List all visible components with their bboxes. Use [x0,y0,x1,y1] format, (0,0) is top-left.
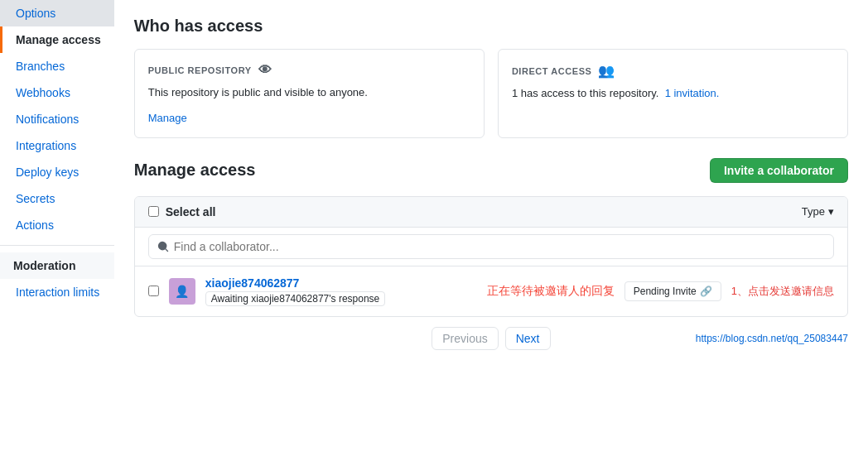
collaborator-row: 👤 xiaojie874062877 Awaiting xiaojie87406… [135,266,847,316]
who-has-access-title: Who has access [134,17,848,36]
manage-access-title: Manage access [134,161,256,180]
people-icon: 👥 [598,63,615,79]
invite-collaborator-button[interactable]: Invite a collaborator [710,158,848,183]
sidebar-divider [0,245,114,246]
sidebar-item-notifications[interactable]: Notifications [0,106,114,132]
direct-access-card: DIRECT ACCESS 👥 1 has access to this rep… [498,49,848,138]
pending-badge-text: Pending Invite [634,286,697,297]
select-all-checkbox[interactable] [148,206,159,217]
sidebar-item-webhooks[interactable]: Webhooks [0,79,114,106]
eye-icon: 👁 [258,63,272,78]
sidebar-item-interaction-limits[interactable]: Interaction limits [0,279,114,305]
table-header: Select all Type ▾ [135,197,847,228]
public-repo-label: PUBLIC REPOSITORY 👁 [148,63,470,78]
sidebar-item-deploy-keys[interactable]: Deploy keys [0,159,114,185]
collaborator-name[interactable]: xiaojie874062877 [205,276,300,290]
direct-access-label-text: DIRECT ACCESS [512,66,592,76]
annotation-waiting: 正在等待被邀请人的回复 [487,284,615,299]
footer-link: https://blog.csdn.net/qq_25083447 [696,333,848,344]
manage-access-header: Manage access Invite a collaborator [134,158,848,183]
pagination-bar: Previous Next https://blog.csdn.net/qq_2… [134,317,848,360]
select-all-label: Select all [166,205,216,218]
chevron-down-icon: ▾ [828,205,834,218]
type-dropdown-button[interactable]: Type ▾ [802,205,834,218]
collaborator-status: Awaiting xiaojie874062877's response [205,291,386,306]
collaborator-info: xiaojie874062877 Awaiting xiaojie8740628… [205,276,477,306]
sidebar-item-manage-access[interactable]: Manage access [0,26,114,53]
select-all-area: Select all [148,205,216,218]
next-button[interactable]: Next [505,327,551,350]
type-label: Type [802,205,825,218]
public-repo-description: This repository is public and visible to… [148,84,470,101]
sidebar-item-secrets[interactable]: Secrets [0,185,114,212]
manage-link[interactable]: Manage [148,112,187,124]
link-icon: 🔗 [700,286,712,297]
invitation-link[interactable]: 1 invitation. [665,87,720,99]
collaborator-checkbox[interactable] [148,286,159,296]
sidebar-item-actions[interactable]: Actions [0,212,114,238]
sidebar: Options Manage access Branches Webhooks … [0,0,114,456]
sidebar-item-options[interactable]: Options [0,0,114,26]
public-repo-card: PUBLIC REPOSITORY 👁 This repository is p… [134,49,485,138]
pending-invite-badge: Pending Invite 🔗 [624,281,721,301]
direct-access-description: 1 has access to this repository. 1 invit… [512,85,834,102]
annotation-step: 1、点击发送邀请信息 [731,284,834,299]
access-cards: PUBLIC REPOSITORY 👁 This repository is p… [134,49,848,138]
previous-button[interactable]: Previous [432,327,498,350]
avatar: 👤 [169,278,195,305]
search-input[interactable] [148,234,834,259]
direct-access-label: DIRECT ACCESS 👥 [512,63,834,79]
public-repo-label-text: PUBLIC REPOSITORY [148,65,252,75]
moderation-group-header: Moderation [0,252,114,279]
collaborator-table: Select all Type ▾ 👤 xiaojie874062877 [134,196,848,317]
main-content: Who has access PUBLIC REPOSITORY 👁 This … [114,0,868,456]
sidebar-item-integrations[interactable]: Integrations [0,132,114,159]
avatar-icon: 👤 [175,285,189,298]
search-bar [135,228,847,266]
sidebar-item-branches[interactable]: Branches [0,53,114,79]
direct-access-count: 1 has access to this repository. [512,87,659,99]
